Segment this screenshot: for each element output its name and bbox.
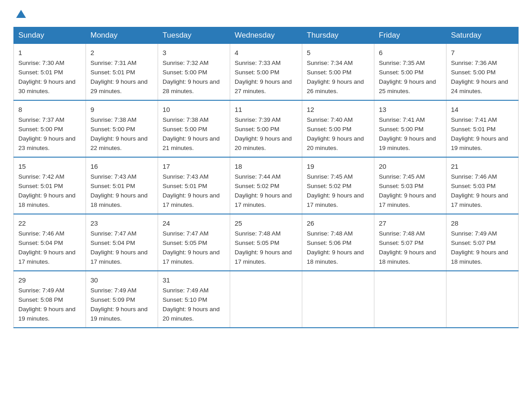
day-number: 13 bbox=[379, 104, 442, 115]
day-number: 30 bbox=[90, 275, 153, 285]
calendar-day-cell bbox=[374, 271, 446, 328]
calendar-day-cell: 3Sunrise: 7:32 AMSunset: 5:00 PMDaylight… bbox=[158, 44, 230, 100]
calendar-day-cell: 15Sunrise: 7:42 AMSunset: 5:01 PMDayligh… bbox=[14, 157, 86, 214]
day-number: 28 bbox=[451, 218, 514, 228]
calendar-day-cell: 10Sunrise: 7:38 AMSunset: 5:00 PMDayligh… bbox=[158, 100, 230, 157]
day-number: 12 bbox=[307, 104, 369, 115]
calendar-day-cell: 30Sunrise: 7:49 AMSunset: 5:09 PMDayligh… bbox=[86, 271, 158, 328]
calendar-day-cell: 6Sunrise: 7:35 AMSunset: 5:00 PMDaylight… bbox=[374, 44, 446, 100]
calendar-day-cell: 31Sunrise: 7:49 AMSunset: 5:10 PMDayligh… bbox=[158, 271, 230, 328]
calendar-day-cell: 28Sunrise: 7:49 AMSunset: 5:07 PMDayligh… bbox=[446, 214, 519, 271]
day-number: 2 bbox=[90, 47, 153, 58]
calendar-day-cell: 13Sunrise: 7:41 AMSunset: 5:00 PMDayligh… bbox=[374, 100, 446, 157]
calendar-day-cell: 16Sunrise: 7:43 AMSunset: 5:01 PMDayligh… bbox=[86, 157, 158, 214]
day-number: 24 bbox=[163, 218, 225, 228]
calendar-header-row: Sunday Monday Tuesday Wednesday Thursday… bbox=[14, 27, 519, 44]
calendar-day-cell: 7Sunrise: 7:36 AMSunset: 5:00 PMDaylight… bbox=[446, 44, 519, 100]
day-number: 15 bbox=[18, 161, 81, 171]
calendar-day-cell: 26Sunrise: 7:48 AMSunset: 5:06 PMDayligh… bbox=[302, 214, 374, 271]
page-header bbox=[13, 9, 519, 18]
day-number: 7 bbox=[451, 47, 514, 58]
day-number: 26 bbox=[307, 218, 369, 228]
day-number: 11 bbox=[235, 104, 297, 115]
day-number: 18 bbox=[235, 161, 297, 171]
calendar-day-cell: 21Sunrise: 7:46 AMSunset: 5:03 PMDayligh… bbox=[446, 157, 519, 214]
day-number: 17 bbox=[163, 161, 225, 171]
logo bbox=[13, 9, 26, 18]
calendar-day-cell: 9Sunrise: 7:38 AMSunset: 5:00 PMDaylight… bbox=[86, 100, 158, 157]
day-number: 31 bbox=[163, 275, 225, 285]
day-number: 4 bbox=[235, 47, 297, 58]
day-number: 20 bbox=[379, 161, 442, 171]
col-tuesday: Tuesday bbox=[158, 27, 230, 44]
day-number: 3 bbox=[163, 47, 225, 58]
day-number: 8 bbox=[18, 104, 81, 115]
col-thursday: Thursday bbox=[302, 27, 374, 44]
calendar-week-row: 15Sunrise: 7:42 AMSunset: 5:01 PMDayligh… bbox=[14, 157, 519, 214]
calendar-day-cell: 14Sunrise: 7:41 AMSunset: 5:01 PMDayligh… bbox=[446, 100, 519, 157]
calendar-day-cell: 11Sunrise: 7:39 AMSunset: 5:00 PMDayligh… bbox=[230, 100, 302, 157]
calendar-day-cell: 17Sunrise: 7:43 AMSunset: 5:01 PMDayligh… bbox=[158, 157, 230, 214]
calendar-day-cell: 22Sunrise: 7:46 AMSunset: 5:04 PMDayligh… bbox=[14, 214, 86, 271]
day-number: 29 bbox=[18, 275, 81, 285]
day-number: 5 bbox=[307, 47, 369, 58]
calendar-day-cell: 1Sunrise: 7:30 AMSunset: 5:01 PMDaylight… bbox=[14, 44, 86, 100]
calendar-day-cell: 29Sunrise: 7:49 AMSunset: 5:08 PMDayligh… bbox=[14, 271, 86, 328]
day-number: 19 bbox=[307, 161, 369, 171]
calendar-day-cell: 8Sunrise: 7:37 AMSunset: 5:00 PMDaylight… bbox=[14, 100, 86, 157]
calendar-day-cell bbox=[302, 271, 374, 328]
day-number: 14 bbox=[451, 104, 514, 115]
calendar-day-cell: 12Sunrise: 7:40 AMSunset: 5:00 PMDayligh… bbox=[302, 100, 374, 157]
calendar-week-row: 1Sunrise: 7:30 AMSunset: 5:01 PMDaylight… bbox=[14, 44, 519, 100]
calendar-day-cell: 4Sunrise: 7:33 AMSunset: 5:00 PMDaylight… bbox=[230, 44, 302, 100]
day-number: 16 bbox=[90, 161, 153, 171]
col-wednesday: Wednesday bbox=[230, 27, 302, 44]
calendar-day-cell: 25Sunrise: 7:48 AMSunset: 5:05 PMDayligh… bbox=[230, 214, 302, 271]
day-number: 1 bbox=[18, 47, 81, 58]
logo-triangle-icon bbox=[16, 9, 26, 19]
day-number: 22 bbox=[18, 218, 81, 228]
calendar-day-cell: 18Sunrise: 7:44 AMSunset: 5:02 PMDayligh… bbox=[230, 157, 302, 214]
day-number: 23 bbox=[90, 218, 153, 228]
calendar-day-cell: 27Sunrise: 7:48 AMSunset: 5:07 PMDayligh… bbox=[374, 214, 446, 271]
day-number: 25 bbox=[235, 218, 297, 228]
day-number: 27 bbox=[379, 218, 442, 228]
calendar-week-row: 8Sunrise: 7:37 AMSunset: 5:00 PMDaylight… bbox=[14, 100, 519, 157]
calendar-week-row: 29Sunrise: 7:49 AMSunset: 5:08 PMDayligh… bbox=[14, 271, 519, 328]
day-number: 21 bbox=[451, 161, 514, 171]
calendar-day-cell bbox=[446, 271, 519, 328]
col-friday: Friday bbox=[374, 27, 446, 44]
col-sunday: Sunday bbox=[14, 27, 86, 44]
calendar-day-cell: 5Sunrise: 7:34 AMSunset: 5:00 PMDaylight… bbox=[302, 44, 374, 100]
day-number: 9 bbox=[90, 104, 153, 115]
calendar-day-cell: 2Sunrise: 7:31 AMSunset: 5:01 PMDaylight… bbox=[86, 44, 158, 100]
calendar-day-cell bbox=[230, 271, 302, 328]
calendar-day-cell: 19Sunrise: 7:45 AMSunset: 5:02 PMDayligh… bbox=[302, 157, 374, 214]
col-monday: Monday bbox=[86, 27, 158, 44]
calendar-day-cell: 24Sunrise: 7:47 AMSunset: 5:05 PMDayligh… bbox=[158, 214, 230, 271]
svg-marker-0 bbox=[16, 10, 26, 18]
day-number: 10 bbox=[163, 104, 225, 115]
day-number: 6 bbox=[379, 47, 442, 58]
calendar-day-cell: 20Sunrise: 7:45 AMSunset: 5:03 PMDayligh… bbox=[374, 157, 446, 214]
calendar-week-row: 22Sunrise: 7:46 AMSunset: 5:04 PMDayligh… bbox=[14, 214, 519, 271]
calendar-table: Sunday Monday Tuesday Wednesday Thursday… bbox=[13, 27, 519, 328]
calendar-day-cell: 23Sunrise: 7:47 AMSunset: 5:04 PMDayligh… bbox=[86, 214, 158, 271]
col-saturday: Saturday bbox=[446, 27, 519, 44]
